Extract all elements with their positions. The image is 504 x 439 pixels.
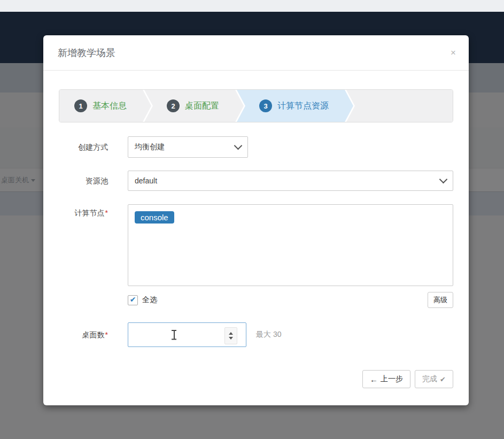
compute-node-listbox[interactable]: console: [128, 204, 453, 286]
select-all-checkbox[interactable]: ✔: [128, 295, 138, 305]
resource-pool-label: 资源池: [59, 171, 128, 191]
resource-pool-select[interactable]: default: [128, 171, 453, 191]
select-all-label: 全选: [142, 295, 157, 305]
create-mode-row: 创建方式 均衡创建: [59, 136, 453, 158]
finish-label: 完成: [422, 374, 437, 384]
finish-button[interactable]: 完成 ✔: [415, 370, 453, 388]
select-all-row: ✔ 全选 高级: [59, 292, 453, 308]
spinner-up-icon[interactable]: [229, 332, 233, 335]
resource-pool-row: 资源池 default: [59, 171, 453, 191]
step-compute-node-resources[interactable]: 3 计算节点资源: [237, 90, 353, 122]
node-tag-console[interactable]: console: [135, 211, 174, 224]
spinner-down-icon[interactable]: [229, 337, 233, 340]
back-arrow-icon: ←: [370, 375, 378, 384]
chevron-down-icon: [234, 142, 243, 150]
wizard-steps: 1 基本信息 2 桌面配置 3 计算节点资源: [59, 89, 453, 122]
step-2-badge: 2: [167, 99, 180, 112]
step-3-badge: 3: [259, 99, 272, 112]
check-icon: ✔: [130, 296, 136, 303]
desktop-count-label: 桌面数*: [59, 322, 128, 347]
number-spinner[interactable]: [224, 327, 237, 344]
check-icon: ✔: [440, 375, 446, 383]
browser-top-strip: [0, 0, 504, 12]
dialog-title: 新增教学场景: [58, 47, 115, 59]
chevron-down-icon: [31, 179, 35, 182]
dialog-footer: ← 上一步 完成 ✔: [59, 370, 453, 388]
compute-node-label: 计算节点*: [59, 204, 128, 218]
step-desktop-config[interactable]: 2 桌面配置: [144, 90, 244, 122]
desktop-count-row: 桌面数* 最大 30: [59, 322, 453, 347]
step-1-badge: 1: [74, 99, 87, 112]
create-mode-select[interactable]: 均衡创建: [128, 136, 248, 158]
max-hint: 最大 30: [256, 330, 281, 340]
required-mark: *: [105, 330, 108, 339]
advanced-button[interactable]: 高级: [428, 292, 453, 308]
required-mark: *: [105, 209, 108, 217]
step-3-label: 计算节点资源: [277, 101, 329, 112]
create-mode-value: 均衡创建: [135, 142, 235, 152]
close-icon[interactable]: ×: [447, 47, 459, 59]
desktop-count-input-box: [128, 322, 246, 347]
step-2-label: 桌面配置: [185, 101, 219, 112]
previous-step-label: 上一步: [381, 374, 403, 384]
chevron-down-icon: [439, 175, 448, 184]
filter-dropdown-label: 桌面关机: [1, 175, 29, 185]
dialog-header: 新增教学场景 ×: [43, 35, 469, 71]
create-mode-label: 创建方式: [59, 136, 128, 158]
step-1-label: 基本信息: [92, 101, 127, 112]
add-teaching-scene-dialog: 新增教学场景 × 1 基本信息 2 桌面配置 3 计算节点资源 创建方式 均衡创…: [43, 35, 469, 405]
compute-node-row: 计算节点* console: [59, 204, 453, 286]
step-basic-info[interactable]: 1 基本信息: [59, 90, 151, 122]
wizard-filler: [346, 90, 453, 122]
resource-pool-value: default: [135, 176, 440, 185]
previous-step-button[interactable]: ← 上一步: [362, 370, 410, 388]
